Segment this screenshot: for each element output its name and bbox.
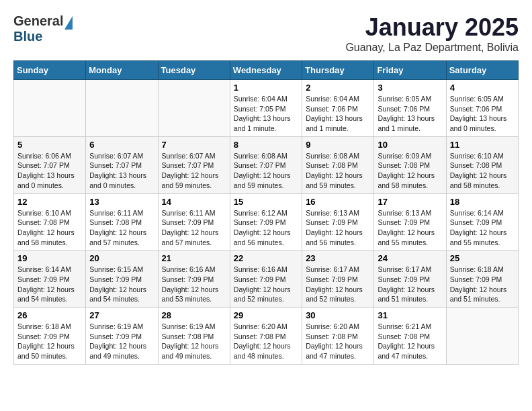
day-cell: 2Sunrise: 6:04 AMSunset: 7:06 PMDaylight…	[302, 80, 374, 137]
page-header: General Blue January 2025 Guanay, La Paz…	[13, 13, 519, 54]
day-cell: 14Sunrise: 6:11 AMSunset: 7:09 PMDayligh…	[158, 193, 230, 250]
day-number: 24	[378, 253, 442, 263]
day-info: Sunrise: 6:08 AMSunset: 7:08 PMDaylight:…	[306, 151, 370, 191]
day-info: Sunrise: 6:14 AMSunset: 7:09 PMDaylight:…	[17, 265, 82, 304]
day-info: Sunrise: 6:18 AMSunset: 7:09 PMDaylight:…	[17, 322, 82, 361]
day-number: 9	[306, 140, 370, 150]
day-number: 16	[306, 197, 370, 207]
main-title: January 2025	[345, 13, 519, 42]
day-info: Sunrise: 6:07 AMSunset: 7:07 PMDaylight:…	[89, 151, 154, 191]
logo-shape-icon	[64, 16, 73, 30]
logo-blue-text: Blue	[13, 29, 42, 44]
day-cell: 3Sunrise: 6:05 AMSunset: 7:06 PMDaylight…	[374, 80, 446, 137]
calendar-table: SundayMondayTuesdayWednesdayThursdayFrid…	[13, 60, 519, 365]
day-info: Sunrise: 6:18 AMSunset: 7:09 PMDaylight:…	[450, 265, 515, 304]
day-number: 1	[234, 83, 298, 93]
subtitle: Guanay, La Paz Department, Bolivia	[345, 42, 519, 54]
day-number: 7	[162, 140, 226, 150]
day-number: 6	[89, 140, 154, 150]
day-cell	[446, 308, 518, 365]
day-info: Sunrise: 6:06 AMSunset: 7:07 PMDaylight:…	[17, 151, 82, 191]
header-wednesday: Wednesday	[230, 61, 302, 80]
day-cell: 23Sunrise: 6:17 AMSunset: 7:09 PMDayligh…	[302, 250, 374, 308]
week-row-2: 12Sunrise: 6:10 AMSunset: 7:08 PMDayligh…	[14, 193, 519, 250]
day-info: Sunrise: 6:16 AMSunset: 7:09 PMDaylight:…	[234, 265, 298, 304]
day-cell: 25Sunrise: 6:18 AMSunset: 7:09 PMDayligh…	[446, 250, 518, 308]
calendar-header: SundayMondayTuesdayWednesdayThursdayFrid…	[14, 61, 519, 80]
day-info: Sunrise: 6:17 AMSunset: 7:09 PMDaylight:…	[306, 265, 370, 304]
day-cell: 4Sunrise: 6:05 AMSunset: 7:06 PMDaylight…	[446, 80, 518, 137]
day-info: Sunrise: 6:05 AMSunset: 7:06 PMDaylight:…	[450, 94, 515, 134]
day-cell: 10Sunrise: 6:09 AMSunset: 7:08 PMDayligh…	[374, 136, 446, 193]
day-cell: 1Sunrise: 6:04 AMSunset: 7:05 PMDaylight…	[230, 80, 302, 137]
day-info: Sunrise: 6:17 AMSunset: 7:09 PMDaylight:…	[378, 265, 442, 304]
header-tuesday: Tuesday	[158, 61, 230, 80]
day-info: Sunrise: 6:11 AMSunset: 7:08 PMDaylight:…	[89, 208, 154, 248]
header-thursday: Thursday	[302, 61, 374, 80]
header-row: SundayMondayTuesdayWednesdayThursdayFrid…	[14, 61, 519, 80]
day-info: Sunrise: 6:21 AMSunset: 7:08 PMDaylight:…	[378, 322, 442, 361]
day-number: 19	[17, 253, 82, 263]
day-cell: 15Sunrise: 6:12 AMSunset: 7:09 PMDayligh…	[230, 193, 302, 250]
day-cell: 18Sunrise: 6:14 AMSunset: 7:09 PMDayligh…	[446, 193, 518, 250]
day-number: 11	[450, 140, 515, 150]
day-info: Sunrise: 6:19 AMSunset: 7:09 PMDaylight:…	[89, 322, 154, 361]
day-number: 10	[378, 140, 442, 150]
day-cell: 20Sunrise: 6:15 AMSunset: 7:09 PMDayligh…	[86, 250, 158, 308]
day-cell: 8Sunrise: 6:08 AMSunset: 7:07 PMDaylight…	[230, 136, 302, 193]
day-info: Sunrise: 6:15 AMSunset: 7:09 PMDaylight:…	[89, 265, 154, 304]
day-info: Sunrise: 6:04 AMSunset: 7:06 PMDaylight:…	[306, 94, 370, 134]
day-cell: 19Sunrise: 6:14 AMSunset: 7:09 PMDayligh…	[14, 250, 86, 308]
day-cell: 24Sunrise: 6:17 AMSunset: 7:09 PMDayligh…	[374, 250, 446, 308]
day-cell: 29Sunrise: 6:20 AMSunset: 7:08 PMDayligh…	[230, 308, 302, 365]
day-cell: 7Sunrise: 6:07 AMSunset: 7:07 PMDaylight…	[158, 136, 230, 193]
day-number: 4	[450, 83, 515, 93]
day-number: 22	[234, 253, 298, 263]
day-cell: 31Sunrise: 6:21 AMSunset: 7:08 PMDayligh…	[374, 308, 446, 365]
day-info: Sunrise: 6:08 AMSunset: 7:07 PMDaylight:…	[234, 151, 298, 191]
day-info: Sunrise: 6:20 AMSunset: 7:08 PMDaylight:…	[234, 322, 298, 361]
day-info: Sunrise: 6:11 AMSunset: 7:09 PMDaylight:…	[162, 208, 226, 248]
logo: General Blue	[13, 13, 73, 44]
day-number: 31	[378, 310, 442, 320]
day-cell: 9Sunrise: 6:08 AMSunset: 7:08 PMDaylight…	[302, 136, 374, 193]
day-cell: 17Sunrise: 6:13 AMSunset: 7:09 PMDayligh…	[374, 193, 446, 250]
day-number: 25	[450, 253, 515, 263]
day-number: 27	[89, 310, 154, 320]
day-number: 29	[234, 310, 298, 320]
day-number: 28	[162, 310, 226, 320]
week-row-1: 5Sunrise: 6:06 AMSunset: 7:07 PMDaylight…	[14, 136, 519, 193]
week-row-3: 19Sunrise: 6:14 AMSunset: 7:09 PMDayligh…	[14, 250, 519, 308]
day-info: Sunrise: 6:10 AMSunset: 7:08 PMDaylight:…	[450, 151, 515, 191]
day-number: 13	[89, 197, 154, 207]
day-number: 23	[306, 253, 370, 263]
day-cell: 22Sunrise: 6:16 AMSunset: 7:09 PMDayligh…	[230, 250, 302, 308]
day-cell: 27Sunrise: 6:19 AMSunset: 7:09 PMDayligh…	[86, 308, 158, 365]
day-number: 8	[234, 140, 298, 150]
day-info: Sunrise: 6:13 AMSunset: 7:09 PMDaylight:…	[378, 208, 442, 248]
week-row-4: 26Sunrise: 6:18 AMSunset: 7:09 PMDayligh…	[14, 308, 519, 365]
day-cell	[86, 80, 158, 137]
day-number: 2	[306, 83, 370, 93]
week-row-0: 1Sunrise: 6:04 AMSunset: 7:05 PMDaylight…	[14, 80, 519, 137]
day-number: 14	[162, 197, 226, 207]
day-info: Sunrise: 6:14 AMSunset: 7:09 PMDaylight:…	[450, 208, 515, 248]
day-info: Sunrise: 6:19 AMSunset: 7:08 PMDaylight:…	[162, 322, 226, 361]
day-cell: 16Sunrise: 6:13 AMSunset: 7:09 PMDayligh…	[302, 193, 374, 250]
day-info: Sunrise: 6:12 AMSunset: 7:09 PMDaylight:…	[234, 208, 298, 248]
day-info: Sunrise: 6:13 AMSunset: 7:09 PMDaylight:…	[306, 208, 370, 248]
day-cell: 5Sunrise: 6:06 AMSunset: 7:07 PMDaylight…	[14, 136, 86, 193]
day-cell: 13Sunrise: 6:11 AMSunset: 7:08 PMDayligh…	[86, 193, 158, 250]
day-number: 12	[17, 197, 82, 207]
day-number: 18	[450, 197, 515, 207]
header-saturday: Saturday	[446, 61, 518, 80]
day-info: Sunrise: 6:09 AMSunset: 7:08 PMDaylight:…	[378, 151, 442, 191]
day-number: 15	[234, 197, 298, 207]
header-monday: Monday	[86, 61, 158, 80]
day-number: 17	[378, 197, 442, 207]
day-cell: 6Sunrise: 6:07 AMSunset: 7:07 PMDaylight…	[86, 136, 158, 193]
day-number: 21	[162, 253, 226, 263]
day-info: Sunrise: 6:05 AMSunset: 7:06 PMDaylight:…	[378, 94, 442, 134]
day-info: Sunrise: 6:20 AMSunset: 7:08 PMDaylight:…	[306, 322, 370, 361]
day-number: 30	[306, 310, 370, 320]
